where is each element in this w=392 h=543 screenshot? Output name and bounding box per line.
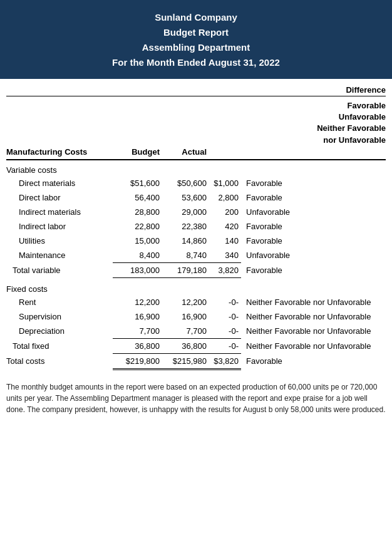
table-row: Utilities 15,000 14,860 140 Favorable xyxy=(6,234,386,248)
supervision-diff: -0- xyxy=(207,309,241,324)
indirect-labor-diff: 420 xyxy=(207,219,241,234)
diff-subheader-row: Favorable Unfavorable Neither Favorable … xyxy=(6,96,386,147)
rent-diff: -0- xyxy=(207,295,241,309)
direct-labor-actual: 53,600 xyxy=(160,190,207,205)
variable-costs-section: Variable costs xyxy=(6,160,386,176)
rent-budget: 12,200 xyxy=(113,295,160,309)
total-variable-actual: 179,180 xyxy=(160,262,207,277)
diff-favorable: Favorable xyxy=(207,100,386,111)
maintenance-label: Maintenance xyxy=(6,248,113,263)
department-name: Assembling Department xyxy=(6,40,386,55)
utilities-label: Utilities xyxy=(6,234,113,248)
direct-materials-budget: $51,600 xyxy=(113,176,160,190)
report-header: Sunland Company Budget Report Assembling… xyxy=(0,0,392,79)
header-title: Sunland Company Budget Report Assembling… xyxy=(6,10,386,70)
utilities-diff-label: Favorable xyxy=(241,234,386,248)
utilities-diff: 140 xyxy=(207,234,241,248)
diff-subheader-empty xyxy=(6,96,207,147)
direct-labor-diff-label: Favorable xyxy=(241,190,386,205)
total-variable-row: Total variable 183,000 179,180 3,820 Fav… xyxy=(6,262,386,277)
report-title: Budget Report xyxy=(6,25,386,40)
supervision-actual: 16,900 xyxy=(160,309,207,324)
direct-materials-label: Direct materials xyxy=(6,176,113,190)
rent-actual: 12,200 xyxy=(160,295,207,309)
fixed-costs-section: Fixed costs xyxy=(6,277,386,295)
utilities-budget: 15,000 xyxy=(113,234,160,248)
indirect-materials-budget: 28,800 xyxy=(113,205,160,219)
maintenance-actual: 8,740 xyxy=(160,248,207,263)
maintenance-diff-label: Unfavorable xyxy=(241,248,386,263)
table-row: Indirect materials 28,800 29,000 200 Unf… xyxy=(6,205,386,219)
total-fixed-diff-label: Neither Favorable nor Unfavorable xyxy=(241,338,386,353)
indirect-materials-diff-label: Unfavorable xyxy=(241,205,386,219)
total-variable-budget: 183,000 xyxy=(113,262,160,277)
indirect-materials-label: Indirect materials xyxy=(6,205,113,219)
total-fixed-budget: 36,800 xyxy=(113,338,160,353)
supervision-label: Supervision xyxy=(6,309,113,324)
diff-nor: nor Unfavorable xyxy=(207,135,386,146)
depreciation-diff-label: Neither Favorable nor Unfavorable xyxy=(241,324,386,339)
supervision-diff-label: Neither Favorable nor Unfavorable xyxy=(241,309,386,324)
col-header-actual: Actual xyxy=(160,147,207,160)
depreciation-label: Depreciation xyxy=(6,324,113,339)
indirect-labor-label: Indirect labor xyxy=(6,219,113,234)
total-costs-diff-label: Favorable xyxy=(241,353,386,369)
period-label: For the Month Ended August 31, 2022 xyxy=(6,55,386,70)
indirect-materials-actual: 29,000 xyxy=(160,205,207,219)
utilities-actual: 14,860 xyxy=(160,234,207,248)
col-header-label: Manufacturing Costs xyxy=(6,147,113,160)
total-variable-label: Total variable xyxy=(6,262,113,277)
difference-header: Difference xyxy=(207,79,386,96)
table-section: Difference Favorable Unfavorable Neither… xyxy=(0,79,392,370)
direct-labor-budget: 56,400 xyxy=(113,190,160,205)
total-costs-row: Total costs $219,800 $215,980 $3,820 Fav… xyxy=(6,353,386,369)
diff-header-empty xyxy=(6,79,207,96)
maintenance-diff: 340 xyxy=(207,248,241,263)
total-fixed-diff: -0- xyxy=(207,338,241,353)
indirect-labor-budget: 22,800 xyxy=(113,219,160,234)
diff-neither: Neither Favorable xyxy=(207,123,386,134)
table-row: Indirect labor 22,800 22,380 420 Favorab… xyxy=(6,219,386,234)
table-row: Direct materials $51,600 $50,600 $1,000 … xyxy=(6,176,386,190)
fixed-costs-label: Fixed costs xyxy=(6,277,386,295)
depreciation-diff: -0- xyxy=(207,324,241,339)
supervision-budget: 16,900 xyxy=(113,309,160,324)
total-variable-diff-label: Favorable xyxy=(241,262,386,277)
diff-header-row: Difference xyxy=(6,79,386,96)
direct-labor-diff: 2,800 xyxy=(207,190,241,205)
depreciation-budget: 7,700 xyxy=(113,324,160,339)
direct-materials-diff: $1,000 xyxy=(207,176,241,190)
page: Sunland Company Budget Report Assembling… xyxy=(0,0,392,543)
indirect-materials-diff: 200 xyxy=(207,205,241,219)
total-fixed-label: Total fixed xyxy=(6,338,113,353)
rent-label: Rent xyxy=(6,295,113,309)
total-costs-actual: $215,980 xyxy=(160,353,207,369)
indirect-labor-diff-label: Favorable xyxy=(241,219,386,234)
table-row: Supervision 16,900 16,900 -0- Neither Fa… xyxy=(6,309,386,324)
maintenance-budget: 8,400 xyxy=(113,248,160,263)
table-row: Rent 12,200 12,200 -0- Neither Favorable… xyxy=(6,295,386,309)
direct-materials-actual: $50,600 xyxy=(160,176,207,190)
total-costs-label: Total costs xyxy=(6,353,113,369)
total-fixed-row: Total fixed 36,800 36,800 -0- Neither Fa… xyxy=(6,338,386,353)
rent-diff-label: Neither Favorable nor Unfavorable xyxy=(241,295,386,309)
footnote: The monthly budget amounts in the report… xyxy=(0,370,392,421)
budget-table: Difference Favorable Unfavorable Neither… xyxy=(6,79,386,370)
table-row: Depreciation 7,700 7,700 -0- Neither Fav… xyxy=(6,324,386,339)
total-costs-diff: $3,820 xyxy=(207,353,241,369)
total-variable-diff: 3,820 xyxy=(207,262,241,277)
diff-subheader: Favorable Unfavorable Neither Favorable … xyxy=(207,96,386,147)
col-header-budget: Budget xyxy=(113,147,160,160)
col-header-diff xyxy=(207,147,386,160)
direct-materials-diff-label: Favorable xyxy=(241,176,386,190)
col-headers-row: Manufacturing Costs Budget Actual xyxy=(6,147,386,160)
total-fixed-actual: 36,800 xyxy=(160,338,207,353)
table-row: Maintenance 8,400 8,740 340 Unfavorable xyxy=(6,248,386,263)
total-costs-budget: $219,800 xyxy=(113,353,160,369)
table-row: Direct labor 56,400 53,600 2,800 Favorab… xyxy=(6,190,386,205)
indirect-labor-actual: 22,380 xyxy=(160,219,207,234)
variable-costs-label: Variable costs xyxy=(6,160,386,176)
depreciation-actual: 7,700 xyxy=(160,324,207,339)
direct-labor-label: Direct labor xyxy=(6,190,113,205)
footnote-text: The monthly budget amounts in the report… xyxy=(6,383,385,414)
